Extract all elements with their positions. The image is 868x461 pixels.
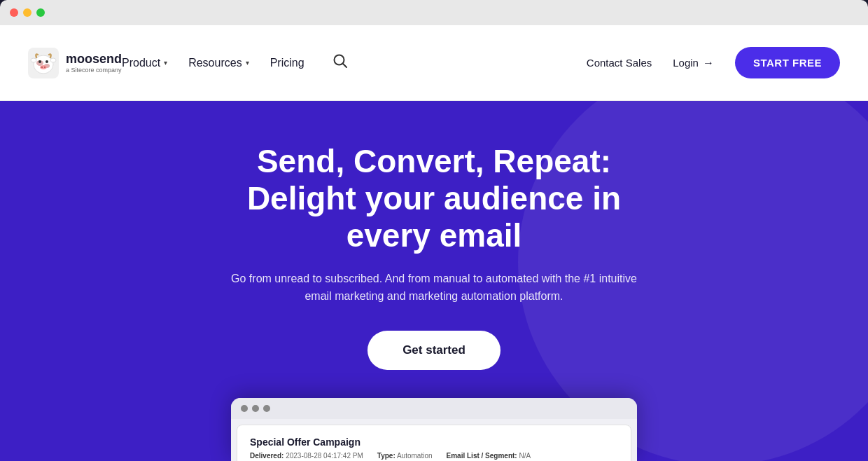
- delivered-value: 2023-08-28 04:17:42 PM: [286, 452, 363, 460]
- hero-subtitle: Go from unread to subscribed. And from m…: [224, 270, 644, 305]
- svg-point-10: [50, 58, 56, 62]
- start-free-button[interactable]: START FREE: [735, 47, 840, 78]
- login-arrow-icon: →: [703, 57, 714, 69]
- hero-title: Send, Convert, Repeat: Delight your audi…: [247, 143, 621, 254]
- preview-dot-1: [241, 405, 248, 412]
- svg-point-8: [44, 66, 46, 67]
- nav-resources-label: Resources: [188, 57, 241, 69]
- nav-links: Product ▾ Resources ▾ Pricing: [122, 53, 587, 72]
- contact-sales-link[interactable]: Contact Sales: [587, 57, 652, 69]
- logo-area[interactable]: moosend a Sitecore company: [28, 48, 122, 78]
- campaign-title: Special Offer Campaign: [250, 436, 618, 448]
- svg-point-5: [46, 60, 48, 63]
- nav-item-product[interactable]: Product ▾: [122, 57, 167, 69]
- svg-point-9: [31, 58, 36, 62]
- svg-point-6: [40, 65, 47, 69]
- dashboard-preview-card: Special Offer Campaign Delivered: 2023-0…: [231, 398, 637, 461]
- email-list-value: N/A: [519, 452, 531, 460]
- preview-content: Special Offer Campaign Delivered: 2023-0…: [237, 425, 631, 461]
- login-link[interactable]: Login →: [673, 57, 714, 69]
- email-list-label: Email List / Segment:: [447, 452, 517, 460]
- preview-dot-2: [252, 405, 259, 412]
- nav-item-pricing[interactable]: Pricing: [270, 57, 304, 69]
- page: moosend a Sitecore company Product ▾ Res…: [0, 25, 868, 461]
- resources-chevron-icon: ▾: [246, 59, 249, 67]
- delivered-field: Delivered: 2023-08-28 04:17:42 PM: [250, 452, 363, 460]
- moosend-logo-icon: [28, 48, 59, 78]
- svg-line-12: [342, 64, 346, 67]
- login-label: Login: [673, 57, 699, 69]
- preview-header: [231, 398, 637, 419]
- close-button[interactable]: [10, 8, 18, 17]
- delivered-label: Delivered:: [250, 452, 284, 460]
- nav-item-resources[interactable]: Resources ▾: [188, 57, 248, 69]
- type-field: Type: Automation: [377, 452, 433, 460]
- campaign-meta: Delivered: 2023-08-28 04:17:42 PM Type: …: [250, 452, 618, 460]
- browser-chrome: [0, 0, 868, 25]
- navbar: moosend a Sitecore company Product ▾ Res…: [0, 25, 868, 101]
- minimize-button[interactable]: [23, 8, 31, 17]
- logo-subtitle: a Sitecore company: [66, 67, 122, 74]
- nav-right: Contact Sales Login → START FREE: [587, 47, 840, 78]
- logo-name: moosend: [66, 53, 122, 65]
- svg-point-7: [41, 66, 43, 67]
- nav-pricing-label: Pricing: [270, 57, 304, 69]
- svg-point-4: [38, 60, 41, 63]
- preview-dot-3: [263, 405, 270, 412]
- logo-text-area: moosend a Sitecore company: [66, 53, 122, 74]
- nav-product-label: Product: [122, 57, 160, 69]
- hero-section: Send, Convert, Repeat: Delight your audi…: [0, 101, 868, 461]
- get-started-button[interactable]: Get started: [368, 331, 500, 370]
- type-value: Automation: [397, 452, 433, 460]
- type-label: Type:: [377, 452, 396, 460]
- maximize-button[interactable]: [36, 8, 45, 17]
- email-list-field: Email List / Segment: N/A: [447, 452, 531, 460]
- search-icon[interactable]: [332, 53, 348, 72]
- product-chevron-icon: ▾: [164, 59, 167, 67]
